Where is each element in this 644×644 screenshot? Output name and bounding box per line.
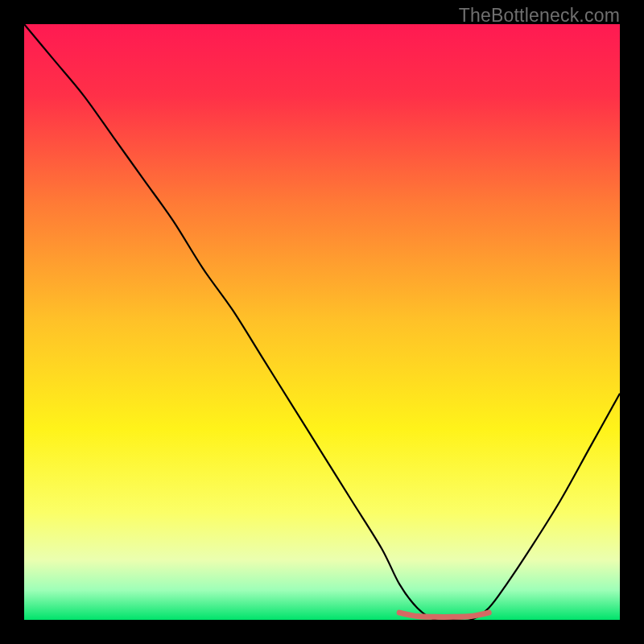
plot-area — [24, 24, 620, 620]
chart-frame: TheBottleneck.com — [0, 0, 644, 644]
optimal-range-marker — [399, 613, 489, 617]
bottleneck-curve — [24, 24, 620, 620]
watermark-text: TheBottleneck.com — [459, 5, 620, 27]
curve-layer — [24, 24, 620, 620]
